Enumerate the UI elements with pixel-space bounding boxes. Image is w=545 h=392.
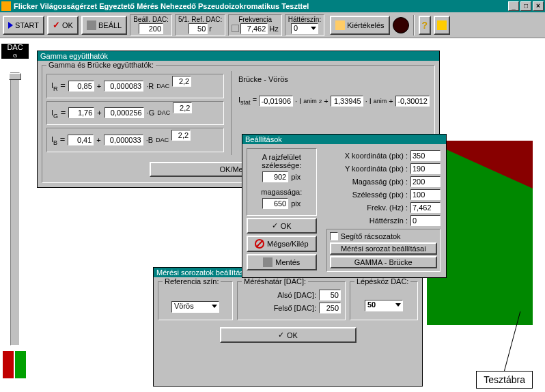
step-label: Lépésköz DAC:: [354, 277, 410, 285]
check-icon: ✓: [278, 331, 284, 339]
beall-label: BEÁLL: [98, 21, 122, 29]
r-b-input[interactable]: [104, 81, 143, 92]
bg-select[interactable]: 0: [291, 23, 318, 34]
close-button[interactable]: ×: [533, 1, 544, 11]
kiert-label: Kiértékelés: [347, 21, 384, 29]
ref-label: Referencia szín:: [163, 277, 221, 285]
gear-icon: [87, 20, 96, 30]
ref-dac-input[interactable]: [188, 23, 208, 34]
exit-button[interactable]: [434, 16, 450, 35]
surf-h-input[interactable]: [262, 198, 288, 209]
settings-ok-button[interactable]: ✓OK: [247, 218, 317, 234]
s-freq-label: Frekv. (Hz) :: [367, 204, 408, 212]
upper-label: Felső [DAC]:: [274, 304, 316, 312]
settings-cancel-button[interactable]: Mégse/Kilép: [247, 236, 317, 252]
beall-button[interactable]: BEÁLL: [81, 16, 127, 35]
step-select[interactable]: 50: [365, 300, 403, 311]
ref-dac-group: 5/1. Ref. DAC: r: [175, 14, 225, 36]
freq-group: Frekvencia Hz: [228, 14, 281, 36]
br-b-input[interactable]: [331, 96, 363, 107]
br-c-input[interactable]: [395, 96, 430, 107]
main-area: Tesztábra Gamma együtthatók Gamma és Brü…: [30, 38, 545, 392]
surf-w-label: A rajzfelület szélessége:: [250, 153, 313, 169]
ycoord-input[interactable]: [410, 163, 441, 174]
grid-checkbox[interactable]: [330, 232, 338, 240]
toolbar: START ✓ OK BEÁLL Beáll. DAC: 5/1. Ref. D…: [0, 12, 545, 38]
gauge-icon: [393, 17, 409, 33]
maximize-button[interactable]: □: [520, 1, 531, 11]
s-freq-input[interactable]: [410, 202, 441, 213]
cancel-icon: [255, 239, 264, 249]
freq-checkbox[interactable]: [232, 25, 239, 32]
start-button[interactable]: START: [3, 16, 44, 35]
help-icon: ?: [422, 20, 428, 31]
ok-button[interactable]: ✓ OK: [47, 16, 79, 35]
ref-dac-label: 5/1. Ref. DAC:: [178, 16, 222, 23]
window-title: Flicker Világosságérzet Egyeztető Mérés …: [14, 2, 309, 10]
check-icon: ✓: [272, 221, 278, 230]
door-icon: [437, 20, 447, 30]
s-bg-input[interactable]: [410, 215, 441, 226]
surf-h-label: magassága:: [250, 188, 313, 196]
check-icon: ✓: [53, 20, 60, 30]
callout: Tesztábra: [476, 309, 533, 389]
help-button[interactable]: ?: [419, 16, 432, 35]
start-label: START: [15, 21, 39, 29]
beall-dac-group: Beáll. DAC:: [130, 14, 172, 36]
br-a-input[interactable]: [259, 96, 293, 107]
i-r-label: IR =: [51, 80, 66, 92]
kiertekeles-button[interactable]: Kiértékelés: [330, 16, 389, 35]
brucke-eq: Istat = · Ianim2 + · Ianim +: [238, 96, 430, 107]
ycoord-label: Y koordináta (pix) :: [345, 165, 408, 173]
xcoord-label: X koordináta (pix) :: [345, 152, 408, 160]
freq-input[interactable]: [240, 23, 268, 34]
minimize-button[interactable]: _: [508, 1, 519, 11]
dac-indicator: DAC G: [1, 44, 29, 59]
play-icon: [8, 22, 13, 29]
titlebar: Flicker Világosságérzet Egyeztető Mérés …: [0, 0, 545, 12]
r-c-input[interactable]: [172, 76, 191, 87]
slider-thumb[interactable]: [9, 73, 21, 80]
g-c-input[interactable]: [173, 102, 192, 113]
gamma-title: Gamma és Brücke együtthatók:: [46, 61, 156, 69]
save-icon: [263, 257, 272, 267]
chart-icon: [335, 20, 345, 30]
red-swatch: [3, 351, 14, 378]
width-input[interactable]: [410, 189, 441, 200]
eq-g: IG = + ·GDAC: [46, 101, 224, 126]
series-settings-button[interactable]: Mérési sorozat beállításai: [330, 242, 437, 255]
callout-line: [504, 311, 520, 371]
settings-header: Beállítások: [242, 135, 446, 144]
height-input[interactable]: [410, 176, 441, 187]
gamma-brucke-button[interactable]: GAMMA - Brücke: [330, 256, 437, 268]
g-b-input[interactable]: [104, 107, 144, 118]
b-a-input[interactable]: [68, 135, 94, 145]
upper-input[interactable]: [319, 303, 341, 313]
b-c-input[interactable]: [171, 130, 191, 141]
ok-label: OK: [62, 21, 73, 29]
brucke-label: Brücke - Vörös: [238, 75, 430, 83]
b-b-input[interactable]: [104, 135, 143, 145]
green-swatch: [15, 351, 26, 378]
surf-w-input[interactable]: [262, 171, 288, 182]
beall-dac-label: Beáll. DAC:: [133, 16, 169, 23]
freq-label: Frekvencia: [238, 16, 272, 23]
g-a-input[interactable]: [68, 107, 94, 118]
lower-input[interactable]: [319, 290, 341, 300]
limit-label: Méréshatár [DAC]:: [242, 277, 308, 285]
bg-group: Háttérszín: 0: [285, 14, 324, 36]
settings-save-button[interactable]: Mentés: [247, 254, 317, 270]
bg-label: Háttérszín:: [288, 16, 321, 23]
gamma-header: Gamma együtthatók: [38, 51, 439, 61]
beall-dac-input[interactable]: [139, 23, 163, 34]
series-ok-button[interactable]: ✓ OK: [220, 327, 357, 343]
r-a-input[interactable]: [68, 81, 94, 92]
ref-dac-unit: r: [209, 25, 212, 33]
settings-panel: Beállítások A rajzfelület szélessége: pi…: [242, 134, 447, 278]
width-label: Szélesség (pix) :: [352, 191, 408, 199]
dac-slider[interactable]: [10, 72, 20, 346]
xcoord-input[interactable]: [410, 150, 441, 161]
freq-unit: Hz: [269, 25, 278, 33]
left-column: DAC G: [0, 38, 30, 392]
ref-select[interactable]: Vörös: [171, 301, 219, 313]
